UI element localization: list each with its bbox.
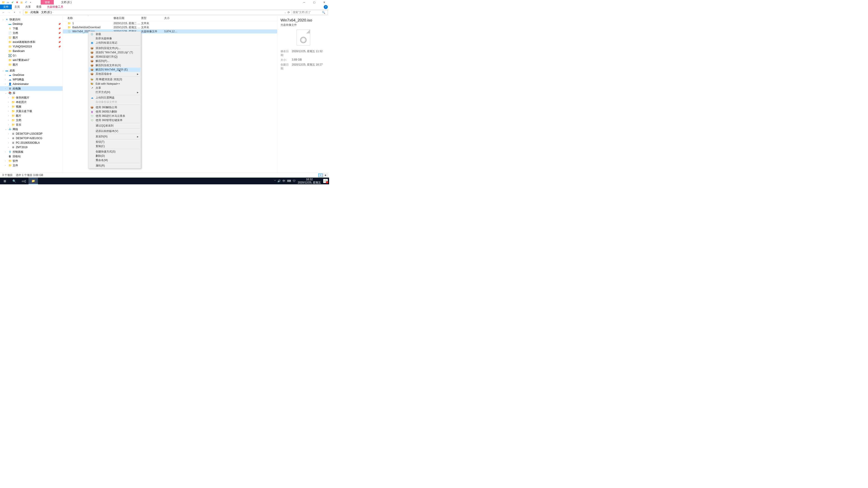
context-menu-item[interactable]: 🛡使用 360管理右键菜单 [89,118,141,123]
search-button[interactable]: 🔍 [9,177,19,184]
dropdown-icon[interactable]: ▾ [29,0,33,4]
task-view-button[interactable]: ▭▯ [19,177,29,184]
path-segment-current[interactable]: 文档 (E:) [41,10,52,14]
details-view-button[interactable]: ≡ [318,173,323,177]
help-icon[interactable]: ? [324,5,328,9]
home-tab[interactable]: 主页 [12,4,23,9]
context-menu-item[interactable]: 属性(R) [89,164,141,168]
properties-icon[interactable]: ▭ [6,0,10,4]
column-modified[interactable]: 修改日期 [114,16,141,20]
volume-icon[interactable]: 🔊 [277,180,281,183]
nav-item[interactable]: ⌄📚库 [0,91,63,95]
navigation-pane[interactable]: ⌄★快速访问 ▬Desktop📌 ⬇下载📌 📄文档📌 🖼图片📌 📁excel表格… [0,15,63,173]
nav-item[interactable]: ⌄🖧网络 [0,127,63,131]
context-menu-item[interactable]: 删除(D) [89,154,141,158]
notifications-button[interactable]: 💬3 [323,179,328,183]
context-menu-item[interactable]: 🗑使用 360强力删除 [89,109,141,114]
disc-tools-tab[interactable]: 光盘映像工具 [44,4,66,9]
context-menu-item[interactable]: ▦上传到有道云笔记 [89,41,141,45]
nav-item[interactable]: ›☁WPS网盘 [0,77,63,82]
file-row[interactable]: 📁BaiduNetdiskDownload 2020/12/25, 星期五 1.… [63,25,277,29]
nav-item[interactable]: ›📁保存的图片 [0,95,63,100]
nav-desktop[interactable]: ⌄▬桌面 [0,68,63,73]
nav-item[interactable]: 🗑回收站 [0,154,63,159]
context-menu-item[interactable]: 重命名(M) [89,158,141,162]
nav-item[interactable]: ›👤Administrator [0,82,63,86]
path-segment-root[interactable]: 此电脑 [31,10,39,14]
security-icon[interactable]: 🛡 [293,180,296,183]
nav-item[interactable]: 📁win7重装win7 [0,58,63,62]
context-menu-item[interactable]: ↗共享 [89,86,141,90]
checkmark-icon[interactable]: ✔ [10,0,14,4]
context-menu-item[interactable]: 📦解压到(F)... [89,59,141,63]
nav-item[interactable]: 💽G:\ [0,53,63,58]
clock[interactable]: 16:32 2020/12/25, 星期五 [298,178,321,184]
nav-item[interactable]: ›🖥ZMT2019 [0,145,63,150]
icons-view-button[interactable]: ▦ [323,173,328,177]
nav-item[interactable]: 🖼图片📌 [0,35,63,40]
context-menu-item[interactable]: 打开方式(H)▶ [89,90,141,94]
context-menu-item[interactable]: 🐝Edit with Notepad++ [89,82,141,86]
context-menu-item[interactable]: 📦用360压缩打开(Q) [89,55,141,59]
view-tab[interactable]: 查看 [33,4,44,9]
context-menu-item[interactable]: 剪切(T) [89,140,141,144]
context-menu-item[interactable]: 🛡使用 360进行木马云查杀 [89,114,141,118]
ime-icon[interactable]: ⌨ [287,180,291,183]
file-tab[interactable]: 文件 [0,4,12,9]
undo-icon[interactable]: ↶ [24,0,28,4]
nav-item[interactable]: ›📁音乐 [0,123,63,127]
nav-item[interactable]: 📁Bandicam [0,49,63,53]
back-button[interactable]: ← [1,11,6,14]
nav-item[interactable]: ›☁OneDrive [0,73,63,77]
context-menu-item[interactable]: 通过QQ发送到 [89,124,141,128]
folder-icon[interactable]: 📁 [1,0,5,4]
nav-item[interactable]: ›⚙控制面板 [0,150,63,154]
delete-icon[interactable]: ✕ [15,0,19,4]
search-input[interactable]: 搜索"文档 (E:)" 🔍 [291,10,328,15]
context-menu-item[interactable]: 📦解压到当前文件夹(X) [89,63,141,68]
minimize-button[interactable]: ─ [299,0,309,4]
maximize-button[interactable]: ▢ [309,0,319,4]
tray-chevron-icon[interactable]: ˄ [274,180,276,182]
up-button[interactable]: ↑ [18,11,22,14]
forward-button[interactable]: → [7,11,11,14]
explorer-button[interactable]: 📁 [29,177,38,184]
context-menu-item[interactable]: 刻录光盘映像 [89,36,141,41]
nav-quick-access[interactable]: ⌄★快速访问 [0,17,63,22]
column-type[interactable]: 类型 [141,16,164,20]
context-menu-item[interactable]: 💿装载 [89,32,141,36]
context-menu-item[interactable]: 发送到(N)▶ [89,134,141,139]
nav-item[interactable]: ›🖥DESKTOP-NJEU3CG [0,136,63,140]
context-menu-item[interactable]: 📦其他压缩命令▶ [89,72,141,76]
nav-item[interactable]: ›📁文档 [0,118,63,123]
context-menu-item[interactable]: 创建快捷方式(S) [89,150,141,154]
column-size[interactable]: 大小 [164,16,178,20]
nav-item[interactable]: ›📁图片 [0,113,63,118]
recent-dropdown[interactable]: ▾ [12,11,17,13]
nav-item[interactable]: ›📁天翼云盘下载 [0,109,63,113]
file-row[interactable]: 📁1 2020/12/15, 星期二 1... 文件夹 [63,21,277,25]
nav-item[interactable]: 📄文档📌 [0,31,63,35]
nav-item[interactable]: ›📁文件 [0,163,63,168]
nav-item[interactable]: 📁excel表格制作求和📌 [0,40,63,44]
ime-indicator[interactable]: 中 [283,179,285,183]
refresh-button[interactable]: ⟳ [287,11,290,14]
nav-item[interactable]: 📁图片 [0,62,63,67]
close-button[interactable]: ✕ [319,0,329,4]
nav-item[interactable]: ›📁软件 [0,159,63,163]
new-folder-icon[interactable]: ▦ [20,0,24,4]
context-menu-item[interactable]: 📦使用 360解除占用 [89,105,141,109]
nav-item[interactable]: ›🖥PC-20190530OBLA [0,140,63,145]
nav-item[interactable]: 📁YUNQISHI2019📌 [0,44,63,49]
nav-item[interactable]: ⬇下载📌 [0,26,63,31]
nav-item[interactable]: ▬Desktop📌 [0,22,63,26]
nav-item-this-pc[interactable]: ›🖥此电脑 [0,86,63,91]
context-menu-item[interactable]: 还原以前的版本(V) [89,129,141,133]
breadcrumb[interactable]: 📁 › 此电脑 › 文档 (E:) › [23,10,328,15]
context-menu-item[interactable]: 📦添加到 "Win7x64_2020.zip" (T) [89,51,141,55]
context-menu-item[interactable]: 📦解压到 Win7x64_2020\ (E) [89,68,141,72]
context-menu-item[interactable]: 复制(C) [89,144,141,149]
start-button[interactable]: ⊞ [0,177,9,184]
nav-item[interactable]: ›🖥DESKTOP-LSSOEDP [0,131,63,136]
context-menu-item[interactable]: 📦添加到压缩文件(A)... [89,46,141,51]
